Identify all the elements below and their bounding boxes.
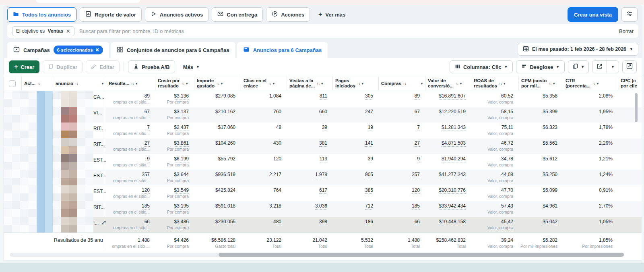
columns-button[interactable]: Columnas: Clic ▼ [450, 60, 513, 73]
metric-value[interactable]: $3.486 [157, 219, 189, 224]
tab-ads[interactable]: Anuncios para 6 Campañas [237, 42, 328, 58]
column-menu-icon[interactable]: ▾ [102, 82, 103, 85]
metric-value[interactable]: 120 [380, 187, 420, 193]
metric-value[interactable]: 186 [334, 219, 373, 224]
metric-value[interactable]: 39 [334, 156, 373, 162]
metric-value[interactable]: 247 [334, 109, 373, 114]
metric-value[interactable]: 1.978 [289, 172, 327, 177]
sort-icon[interactable]: ↑↓ [592, 81, 595, 86]
metric-value[interactable]: 27 [108, 140, 150, 146]
metric-value[interactable]: 905 [334, 172, 373, 177]
metric-value[interactable]: 120 [108, 187, 150, 193]
metric-value[interactable]: 67 [108, 109, 150, 114]
column-menu-icon[interactable]: ▾ [221, 82, 223, 85]
sort-icon[interactable]: ↑↓ [216, 81, 219, 86]
column-header-spent[interactable]: Importegastado↑↓▾ [194, 76, 241, 91]
more-button[interactable]: Más ▼ [178, 60, 204, 73]
column-header-purchases[interactable]: Compras↑↓▾ [379, 76, 425, 91]
column-header-payments[interactable]: Pagosiniciados↑↓▾ [333, 76, 379, 91]
charts-button[interactable] [622, 60, 637, 73]
table-row[interactable]: RIT...185ompras en el sitio...$3.195Por … [4, 201, 642, 217]
horizontal-scrollbar-thumb[interactable] [219, 253, 624, 257]
metric-value[interactable]: $16.891.607 [427, 93, 466, 99]
vertical-scrollbar[interactable] [635, 93, 638, 122]
table-row[interactable]: EST...257ompras en el sitio...$3.644Por … [4, 170, 642, 185]
metric-value[interactable]: 257 [380, 172, 420, 177]
column-header-visits[interactable]: Visitas a lapágina de...↑↓▾ [287, 76, 333, 91]
filter-search-input[interactable]: Buscar para filtrar por: nombre, ID o mé… [79, 28, 184, 34]
column-menu-icon[interactable]: ▾ [597, 82, 599, 85]
metric-value[interactable]: $6.199 [157, 156, 189, 162]
metric-value[interactable]: $3.195 [157, 203, 189, 209]
metric-value[interactable]: 185 [108, 203, 150, 209]
edit-button[interactable]: Editar [86, 60, 120, 73]
metric-value[interactable]: $41.277.243 [427, 172, 466, 177]
sort-icon[interactable]: ↑↓ [548, 81, 551, 86]
column-header-select[interactable] [4, 76, 22, 91]
column-menu-icon[interactable]: ▾ [504, 82, 505, 85]
column-menu-icon[interactable]: ▾ [421, 82, 423, 85]
metric-value[interactable]: $2.437 [157, 125, 189, 130]
metric-value[interactable]: 66 [380, 219, 420, 224]
column-menu-icon[interactable]: ▾ [273, 82, 275, 85]
column-header-cpm[interactable]: CPM (costopor mil...↑↓▾ [519, 76, 563, 91]
metric-value[interactable]: 66 [108, 219, 150, 224]
metric-value[interactable]: $33.942.434 [427, 203, 466, 209]
badge-close-icon[interactable]: ✕ [95, 47, 99, 53]
ab-test-button[interactable]: Prueba A/B [128, 60, 175, 73]
sort-icon[interactable]: ↑↓ [268, 81, 271, 86]
column-menu-icon[interactable]: ▾ [553, 82, 555, 85]
metric-value[interactable]: 89 [380, 93, 420, 99]
export-button[interactable] [592, 61, 607, 73]
column-header-cpc[interactable]: CPC (cpor clic [618, 76, 642, 91]
metric-value[interactable]: 7 [380, 125, 420, 130]
metric-value[interactable]: 89 [108, 93, 150, 99]
clear-filters-button[interactable]: Borrar [619, 28, 634, 34]
sort-icon[interactable]: ↑↓ [357, 81, 360, 86]
column-header-results[interactable]: Resulta...↑↓▾ [106, 76, 155, 91]
table-row[interactable]: EST...9ompras en el sitio...$6.199Por co… [4, 154, 642, 170]
metric-value[interactable]: $3.549 [157, 187, 189, 193]
metric-value[interactable]: 39 [289, 125, 327, 130]
column-header-act[interactable]: Act...↑↓ [22, 76, 53, 91]
metric-value[interactable]: 381 [289, 140, 327, 146]
select-all-checkbox[interactable] [9, 80, 16, 87]
metric-value[interactable]: 712 [334, 203, 373, 209]
metric-value[interactable]: 67 [380, 109, 420, 114]
horizontal-scrollbar-track[interactable] [10, 253, 624, 257]
sort-icon[interactable]: ↑↓ [316, 81, 320, 86]
table-row[interactable]: RIT...7ompras en el sitio...$2.437Por co… [4, 123, 642, 138]
view-con-entrega[interactable]: Con entrega [212, 7, 263, 22]
metric-value[interactable]: $3.137 [157, 109, 189, 114]
create-button[interactable]: + Crear [9, 60, 39, 73]
tab-adsets[interactable]: Conjuntos de anuncios para 6 Campañas [111, 42, 235, 58]
tab-campaigns[interactable]: Campañas 6 seleccionados ✕ [7, 42, 109, 58]
metric-value[interactable]: 398 [289, 219, 327, 224]
sort-icon[interactable]: ↑↓ [37, 81, 40, 86]
sort-icon[interactable]: ↑↓ [403, 81, 406, 86]
chip-close-icon[interactable]: ✕ [66, 28, 70, 34]
column-menu-icon[interactable]: ▾ [460, 82, 462, 85]
metric-value[interactable]: 257 [108, 172, 150, 177]
sort-icon[interactable]: ↑↓ [499, 81, 502, 86]
metric-value[interactable]: $4.871.503 [427, 140, 466, 146]
column-header-ctr[interactable]: CTR(porcenta...↑↓▾ [563, 76, 618, 91]
date-range-picker[interactable]: El mes pasado: 1 feb 2026 - 28 feb 2026 … [518, 43, 638, 56]
table-row[interactable]: :...66ompras en el sitio...$3.486Por com… [4, 217, 642, 233]
view-anuncios-activos[interactable]: Anuncios activos [145, 7, 209, 22]
column-header-cost[interactable]: Costo porresultado↑↓▾ [155, 76, 194, 91]
metric-value[interactable]: 27 [380, 140, 420, 146]
metric-value[interactable]: 305 [334, 93, 373, 99]
column-header-conv_value[interactable]: Valor deconversió...↑↓▾ [425, 76, 471, 91]
metric-value[interactable]: 660 [289, 109, 327, 114]
sort-icon[interactable]: ↑↓ [75, 81, 78, 86]
metric-value[interactable]: 7 [108, 125, 150, 130]
metric-value[interactable]: 141 [334, 140, 373, 146]
metric-value[interactable]: $20.310.776 [427, 187, 466, 193]
export-options-button[interactable]: ▼ [607, 61, 619, 73]
table-row[interactable]: VI...67ompras en el sitio...$3.137Por co… [4, 107, 642, 123]
table-row[interactable]: CA...89ompras en el sitio...$3.136Por co… [4, 91, 642, 107]
metric-value[interactable]: $3.861 [157, 140, 189, 146]
metric-value[interactable]: 3.036 [289, 203, 327, 209]
duplicate-button[interactable]: Duplicar [43, 60, 83, 73]
